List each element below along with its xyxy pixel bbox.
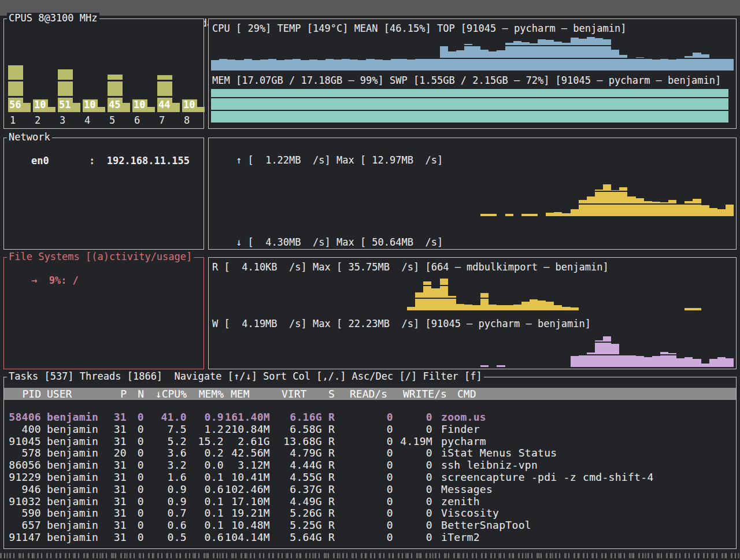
- cell-mem: 210.84M: [224, 424, 270, 436]
- table-row[interactable]: 58406benjamin31041.00.9161.40M6.16GR00zo…: [4, 411, 736, 424]
- column-header-pid[interactable]: PID: [9, 388, 41, 400]
- histogram-bar: [464, 305, 472, 310]
- column-header-nice[interactable]: N: [127, 388, 144, 400]
- histogram-bar: [521, 42, 530, 71]
- histogram-bar: [676, 203, 684, 216]
- network-interface: en0: [31, 154, 89, 167]
- cpu-core-sub-bar: [98, 107, 105, 112]
- column-header-cpu-pct[interactable]: ↓CPU%: [144, 388, 187, 400]
- table-row[interactable]: 91147benjamin3100.50.6104.14M5.64GR00iTe…: [4, 532, 736, 544]
- column-header-user[interactable]: USER: [47, 388, 105, 400]
- histogram-bar: [611, 50, 619, 71]
- histogram-bar: [546, 40, 554, 71]
- cpu-summary-line: CPU [ 29%] TEMP [149°C] MEAN [46.15%] TO…: [209, 22, 736, 35]
- column-header-priority[interactable]: P: [105, 388, 127, 400]
- cell-state: R: [322, 496, 342, 508]
- cell-pid: 946: [9, 484, 41, 496]
- table-row[interactable]: 946benjamin3100.90.6102.46M6.37GR00Messa…: [4, 484, 736, 496]
- cell-write-per-s: 0: [393, 532, 432, 544]
- cell-cpu-pct: 41.0: [144, 411, 187, 424]
- histogram-bar: [456, 304, 464, 310]
- histogram-bar: [472, 305, 480, 310]
- cell-user: benjamin: [47, 424, 105, 436]
- histogram-bar: [579, 354, 587, 367]
- column-header-write-per-s[interactable]: WRITE/s: [393, 388, 432, 400]
- histogram-bar: [619, 55, 627, 71]
- cell-state: R: [322, 484, 342, 496]
- cell-priority: 20: [105, 447, 127, 459]
- cell-read-per-s: 0: [342, 436, 393, 448]
- histogram-bar: [709, 208, 717, 216]
- cell-mem-pct: 1.2: [187, 424, 224, 436]
- cpu-core-sub-bar: [73, 103, 80, 112]
- cell-priority: 31: [105, 424, 127, 436]
- table-row[interactable]: 91032benjamin3100.90.117.10M4.49GR00zeni…: [4, 496, 736, 508]
- histogram-bar: [660, 352, 668, 367]
- table-row[interactable]: 91229benjamin3101.60.110.41M4.55GR00scre…: [4, 472, 736, 484]
- histogram-bar: [636, 356, 644, 367]
- histogram-bar: [554, 212, 562, 216]
- histogram-bar: [489, 51, 497, 71]
- histogram-bar: [587, 196, 595, 216]
- cell-state: R: [322, 459, 342, 472]
- histogram-bar: [317, 60, 325, 71]
- column-header-state[interactable]: S: [322, 388, 342, 400]
- histogram-bar: [693, 359, 701, 367]
- cell-mem-pct: 0.0: [187, 459, 224, 472]
- cell-state: R: [322, 424, 342, 436]
- fs-usage-text[interactable]: 9%: /: [37, 275, 79, 286]
- histogram-bar: [595, 190, 603, 217]
- histogram-bar: [554, 42, 562, 71]
- histogram-bar: [660, 202, 668, 216]
- cell-cmd: screencapture -pdi -z cmd-shift-4: [441, 472, 736, 484]
- column-header-read-per-s[interactable]: READ/s: [342, 388, 393, 400]
- histogram-bar: [448, 296, 456, 310]
- cell-read-per-s: 0: [342, 532, 393, 544]
- histogram-bar: [709, 359, 717, 367]
- table-row[interactable]: 590benjamin3100.70.119.21M5.26GR00Viscos…: [4, 507, 736, 520]
- table-row[interactable]: 91045benjamin3105.215.22.61G13.68GR04.19…: [4, 436, 736, 448]
- table-row[interactable]: 657benjamin3100.60.110.48M5.25GR00Better…: [4, 520, 736, 532]
- table-row[interactable]: 400benjamin3107.51.2210.84M6.58GR00Finde…: [4, 424, 736, 436]
- cell-priority: 31: [105, 507, 127, 520]
- cell-nice: 0: [127, 496, 144, 508]
- filesystems-panel-title[interactable]: File Systems [(a)ctivity/usage]: [7, 251, 194, 262]
- histogram-bar: [440, 279, 448, 310]
- histogram-bar: [276, 60, 284, 71]
- tasks-panel: Tasks [537] Threads [1866] Navigate [↑/↓…: [3, 377, 737, 549]
- cell-virt: 6.16G: [270, 411, 322, 424]
- histogram-bar: [554, 305, 562, 310]
- histogram-bar: [652, 202, 660, 216]
- histogram-bar: [440, 46, 448, 71]
- mem-summary-line: MEM [17.07GB / 17.18GB – 99%] SWP [1.55G…: [209, 74, 736, 87]
- cell-read-per-s: 0: [342, 424, 393, 436]
- cell-user: benjamin: [47, 507, 105, 520]
- column-header-mem-pct[interactable]: MEM%: [187, 388, 224, 400]
- table-row[interactable]: 578benjamin2003.60.242.56M4.79GR00iStat …: [4, 447, 736, 459]
- table-row[interactable]: 86056benjamin3103.20.03.12M4.44GR00ssh l…: [4, 459, 736, 472]
- cell-priority: 31: [105, 484, 127, 496]
- cell-write-per-s: 0: [393, 520, 432, 532]
- histogram-bar: [431, 288, 439, 310]
- cell-pid: 590: [9, 507, 41, 520]
- cell-virt: 4.44G: [270, 459, 322, 472]
- cpu-core-7: 447: [157, 28, 180, 126]
- cell-cpu-pct: 0.7: [144, 507, 187, 520]
- column-header-virt[interactable]: VIRT: [270, 388, 322, 400]
- mem-usage-chart: [211, 89, 734, 123]
- histogram-bar: [375, 60, 383, 71]
- column-header-cmd[interactable]: CMD: [441, 388, 736, 400]
- column-header-mem[interactable]: MEM: [224, 388, 270, 400]
- cell-nice: 0: [127, 532, 144, 544]
- cell-mem-pct: 0.2: [187, 447, 224, 459]
- cell-mem: 161.40M: [224, 411, 270, 424]
- histogram-bar: [268, 58, 276, 71]
- cell-priority: 31: [105, 532, 127, 544]
- histogram-bar: [284, 60, 293, 71]
- tasks-panel-title[interactable]: Tasks [537] Threads [1866] Navigate [↑/↓…: [7, 371, 484, 382]
- histogram-bar: [619, 187, 627, 216]
- process-table-header: PIDUSERPN↓CPU%MEM%MEMVIRTSREAD/sWRITE/sC…: [4, 388, 736, 400]
- histogram-bar: [595, 340, 603, 368]
- filesystems-panel: File Systems [(a)ctivity/usage] → 9%: /: [3, 257, 204, 369]
- cpu-core-5: 455: [108, 28, 130, 126]
